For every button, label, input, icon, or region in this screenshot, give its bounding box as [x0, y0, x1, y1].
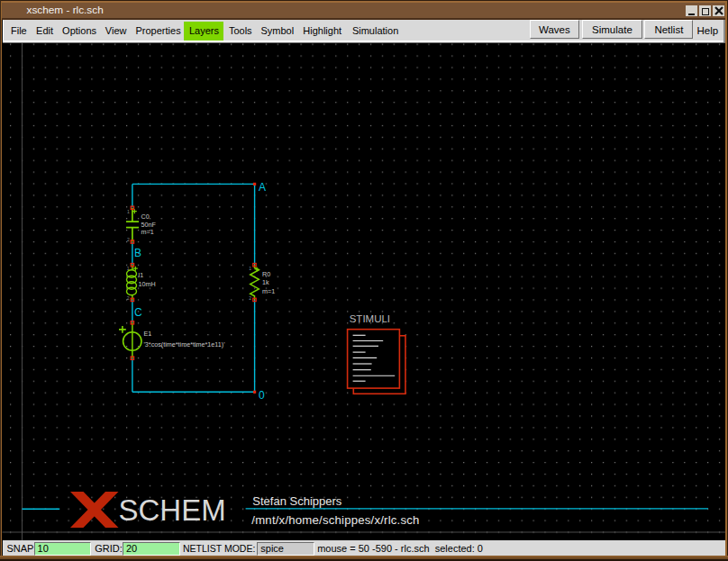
svg-text:/mnt/x/home/schippes/x/rlc.sch: /mnt/x/home/schippes/x/rlc.sch: [251, 513, 419, 527]
svg-text:1: 1: [127, 209, 130, 214]
svg-text:C: C: [134, 306, 142, 319]
svg-text:A: A: [259, 181, 266, 194]
svg-text:10mH: 10mH: [139, 280, 156, 288]
svg-text:Stefan Schippers: Stefan Schippers: [252, 494, 342, 508]
svg-text:B: B: [134, 247, 141, 259]
svg-text:m=1: m=1: [262, 287, 275, 295]
svg-text:1k: 1k: [262, 278, 269, 286]
svg-text:SCHEM: SCHEM: [119, 493, 226, 527]
svg-text:m=1: m=1: [141, 228, 154, 236]
svg-text:R0: R0: [262, 270, 270, 278]
svg-text:1: 1: [127, 266, 130, 271]
svg-text:2: 2: [249, 295, 251, 301]
svg-text:C0: C0: [141, 213, 150, 221]
svg-text:'3*cos(time*time*time*1e11)': '3*cos(time*time*time*1e11)': [144, 340, 226, 348]
svg-text:STIMULI: STIMULI: [350, 313, 390, 324]
svg-text:0: 0: [259, 389, 265, 402]
svg-text:2: 2: [127, 295, 130, 301]
svg-text:E1: E1: [144, 330, 152, 338]
svg-text:l1: l1: [139, 271, 144, 279]
svg-text:2: 2: [127, 237, 130, 242]
svg-text:1: 1: [249, 266, 251, 271]
